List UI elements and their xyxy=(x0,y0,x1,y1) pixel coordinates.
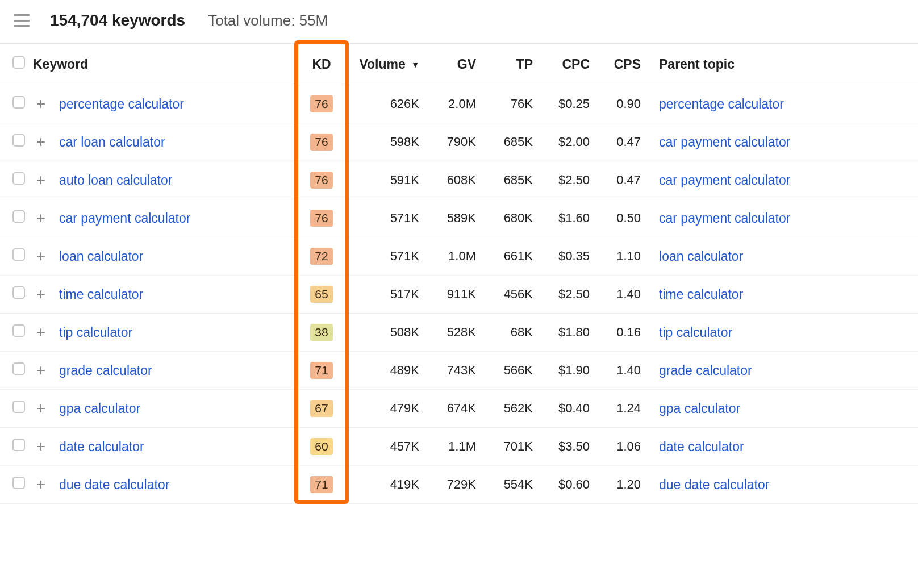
row-checkbox[interactable] xyxy=(12,286,25,299)
menu-icon[interactable] xyxy=(14,14,30,27)
col-parent-topic[interactable]: Parent topic xyxy=(645,44,918,85)
volume-cell: 571K xyxy=(344,237,424,276)
sort-desc-icon: ▼ xyxy=(411,60,419,69)
tp-cell: 685K xyxy=(481,161,537,199)
keywords-table-wrap: Keyword KD Volume ▼ GV TP CPC CPS Parent… xyxy=(0,44,918,504)
col-gv[interactable]: GV xyxy=(424,44,481,85)
keyword-link[interactable]: tip calculator xyxy=(59,325,132,340)
tp-cell: 701K xyxy=(481,428,537,466)
gv-cell: 729K xyxy=(424,466,481,504)
row-checkbox[interactable] xyxy=(12,401,25,413)
keyword-link[interactable]: car payment calculator xyxy=(59,211,190,226)
row-checkbox[interactable] xyxy=(12,172,25,185)
volume-cell: 591K xyxy=(344,161,424,199)
col-keyword[interactable]: Keyword xyxy=(28,44,299,85)
expand-icon[interactable]: + xyxy=(33,248,49,264)
parent-topic-link[interactable]: date calculator xyxy=(659,439,744,454)
keyword-link[interactable]: loan calculator xyxy=(59,249,143,264)
expand-icon[interactable]: + xyxy=(33,439,49,454)
row-checkbox[interactable] xyxy=(12,362,25,375)
cps-cell: 1.10 xyxy=(594,237,645,276)
gv-cell: 743K xyxy=(424,352,481,390)
cpc-cell: $2.50 xyxy=(537,161,594,199)
cpc-cell: $2.50 xyxy=(537,276,594,314)
kd-badge: 71 xyxy=(310,476,332,493)
keyword-link[interactable]: time calculator xyxy=(59,287,143,302)
col-tp[interactable]: TP xyxy=(481,44,537,85)
gv-cell: 911K xyxy=(424,276,481,314)
keyword-link[interactable]: due date calculator xyxy=(59,477,169,492)
expand-icon[interactable]: + xyxy=(33,477,49,493)
cpc-cell: $3.50 xyxy=(537,428,594,466)
kd-badge: 71 xyxy=(310,362,332,379)
row-checkbox[interactable] xyxy=(12,134,25,147)
cps-cell: 1.40 xyxy=(594,276,645,314)
cpc-cell: $0.60 xyxy=(537,466,594,504)
row-checkbox[interactable] xyxy=(12,210,25,223)
parent-topic-link[interactable]: gpa calculator xyxy=(659,401,740,416)
cps-cell: 0.50 xyxy=(594,199,645,237)
keyword-link[interactable]: date calculator xyxy=(59,439,144,454)
gv-cell: 1.0M xyxy=(424,237,481,276)
volume-cell: 626K xyxy=(344,85,424,123)
expand-icon[interactable]: + xyxy=(33,172,49,188)
expand-icon[interactable]: + xyxy=(33,210,49,226)
table-row: +gpa calculator67479K674K562K$0.401.24gp… xyxy=(0,390,918,428)
cps-cell: 1.40 xyxy=(594,352,645,390)
keyword-link[interactable]: percentage calculator xyxy=(59,97,184,111)
parent-topic-link[interactable]: loan calculator xyxy=(659,249,743,264)
kd-badge: 76 xyxy=(310,95,332,112)
parent-topic-link[interactable]: due date calculator xyxy=(659,477,769,492)
volume-cell: 489K xyxy=(344,352,424,390)
gv-cell: 608K xyxy=(424,161,481,199)
tp-cell: 661K xyxy=(481,237,537,276)
expand-icon[interactable]: + xyxy=(33,401,49,416)
expand-icon[interactable]: + xyxy=(33,96,49,112)
col-cpc[interactable]: CPC xyxy=(537,44,594,85)
table-row: +time calculator65517K911K456K$2.501.40t… xyxy=(0,276,918,314)
expand-icon[interactable]: + xyxy=(33,134,49,150)
tp-cell: 685K xyxy=(481,123,537,161)
cps-cell: 1.24 xyxy=(594,390,645,428)
col-kd[interactable]: KD xyxy=(299,44,344,85)
parent-topic-link[interactable]: car payment calculator xyxy=(659,173,790,187)
parent-topic-link[interactable]: time calculator xyxy=(659,287,743,302)
volume-cell: 598K xyxy=(344,123,424,161)
tp-cell: 680K xyxy=(481,199,537,237)
col-cps[interactable]: CPS xyxy=(594,44,645,85)
parent-topic-link[interactable]: grade calculator xyxy=(659,363,752,378)
volume-cell: 508K xyxy=(344,314,424,352)
expand-icon[interactable]: + xyxy=(33,286,49,302)
row-checkbox[interactable] xyxy=(12,439,25,451)
keyword-link[interactable]: car loan calculator xyxy=(59,135,165,149)
volume-cell: 571K xyxy=(344,199,424,237)
row-checkbox[interactable] xyxy=(12,96,25,109)
cpc-cell: $1.90 xyxy=(537,352,594,390)
cps-cell: 0.47 xyxy=(594,161,645,199)
keyword-link[interactable]: gpa calculator xyxy=(59,401,140,416)
gv-cell: 1.1M xyxy=(424,428,481,466)
parent-topic-link[interactable]: tip calculator xyxy=(659,325,732,340)
row-checkbox[interactable] xyxy=(12,477,25,489)
expand-icon[interactable]: + xyxy=(33,362,49,378)
expand-icon[interactable]: + xyxy=(33,324,49,340)
kd-badge: 76 xyxy=(310,210,332,227)
cps-cell: 0.90 xyxy=(594,85,645,123)
gv-cell: 528K xyxy=(424,314,481,352)
row-checkbox[interactable] xyxy=(12,248,25,261)
table-row: +percentage calculator76626K2.0M76K$0.25… xyxy=(0,85,918,123)
cps-cell: 1.06 xyxy=(594,428,645,466)
volume-cell: 517K xyxy=(344,276,424,314)
select-all-checkbox[interactable] xyxy=(12,56,25,69)
parent-topic-link[interactable]: car payment calculator xyxy=(659,211,790,226)
parent-topic-link[interactable]: car payment calculator xyxy=(659,135,790,149)
kd-badge: 60 xyxy=(310,438,332,455)
parent-topic-link[interactable]: percentage calculator xyxy=(659,97,784,111)
keyword-link[interactable]: grade calculator xyxy=(59,363,152,378)
row-checkbox[interactable] xyxy=(12,324,25,337)
cps-cell: 1.20 xyxy=(594,466,645,504)
keyword-link[interactable]: auto loan calculator xyxy=(59,173,172,187)
gv-cell: 790K xyxy=(424,123,481,161)
kd-badge: 65 xyxy=(310,286,332,303)
col-volume[interactable]: Volume ▼ xyxy=(344,44,424,85)
